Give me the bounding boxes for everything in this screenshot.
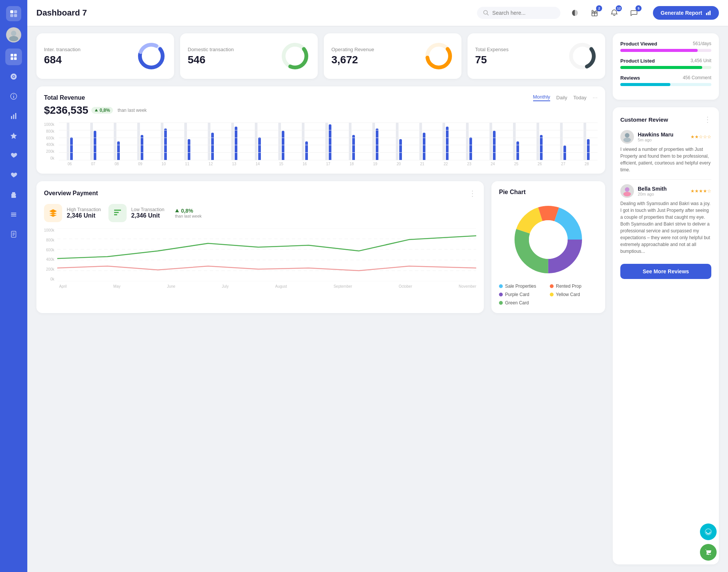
revenue-percent-badge: 0,8% xyxy=(91,107,113,114)
tab-monthly[interactable]: Monthly xyxy=(533,94,551,101)
overview-payment-card: Overview Payment ⋮ High Transaction 2,34… xyxy=(36,181,484,313)
review-name-0: Hawkins Maru xyxy=(638,132,673,138)
chat-icon-btn[interactable]: 5 xyxy=(627,6,641,20)
bell-badge: 12 xyxy=(616,5,622,11)
sidebar-item-info[interactable] xyxy=(5,88,22,105)
generate-report-button[interactable]: Generate Report xyxy=(653,6,719,20)
bottom-row: Overview Payment ⋮ High Transaction 2,34… xyxy=(36,181,605,313)
metrics-card: Product Viewed 561/days Product Listed 3… xyxy=(613,33,719,100)
svg-marker-43 xyxy=(175,209,179,212)
revenue-more-btn[interactable]: ··· xyxy=(593,94,598,101)
gift-badge: 2 xyxy=(596,5,602,11)
low-transaction-sub: than last week xyxy=(175,214,201,218)
sidebar-item-favorites[interactable] xyxy=(5,127,22,144)
sidebar-item-print[interactable] xyxy=(5,186,22,203)
revenue-bar-chart: 0607080910111213141516171819202122232425… xyxy=(59,122,598,166)
svg-rect-13 xyxy=(11,116,12,119)
review-stars-0: ★★☆☆☆ xyxy=(690,134,711,139)
low-transaction-label: Low Transaction xyxy=(131,207,164,212)
legend-dot-rented xyxy=(550,284,554,288)
sidebar-item-menu[interactable] xyxy=(5,206,22,223)
legend-dot-sale xyxy=(499,284,503,288)
svg-rect-32 xyxy=(709,11,711,15)
line-chart-svg xyxy=(57,228,476,281)
theme-toggle-btn[interactable] xyxy=(568,6,582,20)
legend-sale-properties: Sale Properties xyxy=(499,284,547,289)
bell-icon-btn[interactable]: 12 xyxy=(607,6,621,20)
svg-marker-16 xyxy=(11,133,17,139)
svg-rect-22 xyxy=(11,216,16,216)
svg-point-56 xyxy=(625,133,629,138)
svg-rect-3 xyxy=(14,14,17,17)
donut-chart-3 xyxy=(567,41,598,71)
stat-value-1: 546 xyxy=(188,54,234,66)
float-cart-btn[interactable] xyxy=(700,544,717,561)
svg-line-28 xyxy=(487,14,489,16)
header: Dashboard 7 2 12 5 Generate Report xyxy=(27,0,728,26)
high-transaction-icon xyxy=(44,204,62,222)
legend-yellow-card: Yellow Card xyxy=(550,292,598,297)
sidebar-item-analytics[interactable] xyxy=(5,108,22,124)
review-avatar-1 xyxy=(620,184,634,198)
stat-label-1: Domestic transaction xyxy=(188,47,234,52)
see-more-reviews-button[interactable]: See More Reviews xyxy=(620,264,711,279)
svg-rect-18 xyxy=(12,192,15,194)
float-buttons xyxy=(700,523,717,561)
svg-rect-21 xyxy=(11,214,16,215)
revenue-tabs: Monthly Daily Today ··· xyxy=(533,94,598,101)
stat-card-domestic-transaction: Domestic transaction 546 xyxy=(180,33,318,79)
search-box[interactable] xyxy=(477,7,560,19)
line-chart-y-labels: 1000k800k600k400k200k0k xyxy=(44,228,56,281)
svg-point-55 xyxy=(529,220,568,259)
search-input[interactable] xyxy=(492,10,553,16)
revenue-card: Total Revenue Monthly Daily Today ··· $2… xyxy=(36,86,605,174)
page-title: Dashboard 7 xyxy=(36,8,477,18)
metric-value-1: 3,456 Unit xyxy=(690,58,711,64)
search-icon xyxy=(483,10,489,16)
sidebar-item-heart2[interactable] xyxy=(5,167,22,183)
overview-more-btn[interactable]: ⋮ xyxy=(469,189,476,198)
sidebar-item-reports[interactable] xyxy=(5,226,22,243)
stat-value-3: 75 xyxy=(475,54,508,66)
metric-reviews: Reviews 456 Comment xyxy=(620,75,711,86)
svg-point-57 xyxy=(623,138,631,142)
revenue-title: Total Revenue xyxy=(44,94,85,101)
high-transaction-label: High Transaction xyxy=(67,207,101,212)
reviews-more-btn[interactable]: ⋮ xyxy=(704,115,711,124)
gift-icon-btn[interactable]: 2 xyxy=(588,6,601,20)
svg-rect-26 xyxy=(13,235,14,236)
sidebar xyxy=(0,0,27,572)
revenue-amount: $236,535 0,8% xyxy=(44,104,113,116)
tab-today[interactable]: Today xyxy=(573,95,587,100)
donut-chart-1 xyxy=(280,41,310,71)
low-transaction-value: 2,346 Unit xyxy=(131,212,164,219)
float-support-btn[interactable] xyxy=(700,523,717,540)
sidebar-item-heart[interactable] xyxy=(5,147,22,164)
right-sidebar: Product Viewed 561/days Product Listed 3… xyxy=(613,33,719,564)
tab-daily[interactable]: Daily xyxy=(556,95,567,100)
svg-point-59 xyxy=(623,192,631,196)
legend-dot-green xyxy=(499,301,503,305)
svg-rect-8 xyxy=(11,57,13,60)
svg-rect-9 xyxy=(14,57,17,60)
svg-rect-2 xyxy=(10,14,13,17)
stat-card-operating-revenue: Operating Revenue 3,672 xyxy=(324,33,461,79)
sidebar-logo[interactable] xyxy=(6,6,21,21)
svg-rect-0 xyxy=(10,10,13,13)
low-transaction-badge: 0,8% xyxy=(175,208,193,214)
revenue-sub: than last week xyxy=(118,108,147,113)
stat-cards-row: Inter. transaction 684 Domestic transact… xyxy=(36,33,605,79)
sidebar-item-settings[interactable] xyxy=(5,68,22,85)
sidebar-item-dashboard[interactable] xyxy=(5,49,22,65)
overview-title: Overview Payment xyxy=(44,190,98,197)
review-avatar-0 xyxy=(620,130,634,144)
user-avatar[interactable] xyxy=(6,27,21,42)
metric-value-2: 456 Comment xyxy=(683,75,711,81)
svg-rect-17 xyxy=(11,196,16,198)
reviews-title: Customer Review xyxy=(620,116,668,123)
review-item-0: Hawkins Maru 5m ago ★★☆☆☆ I viewed a num… xyxy=(620,130,711,173)
metric-label-1: Product Listed xyxy=(620,58,655,64)
pie-title: Pie Chart xyxy=(499,189,526,196)
metric-value-0: 561/days xyxy=(693,41,711,47)
review-time-0: 5m ago xyxy=(638,138,673,142)
